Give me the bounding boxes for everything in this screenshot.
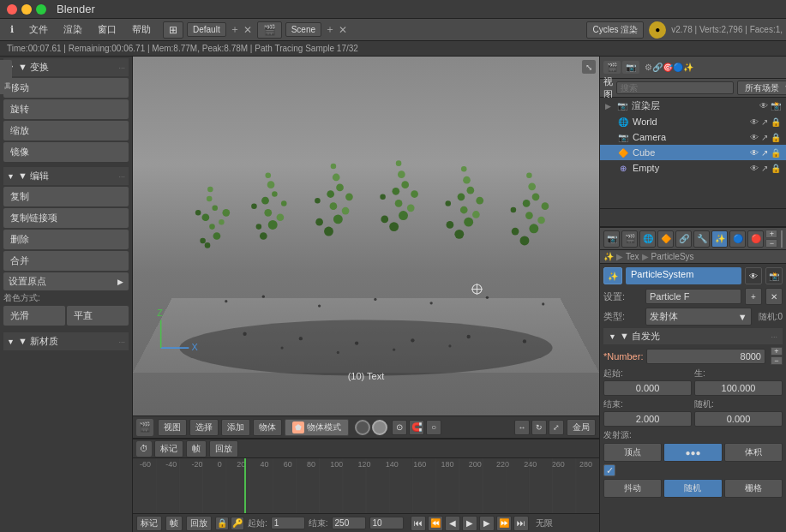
particle-del-btn[interactable]: ✕ <box>765 288 783 305</box>
birth-value[interactable]: 100.000 <box>694 380 783 396</box>
render-engine-selector[interactable]: Cycles 渲染 <box>586 21 644 39</box>
playback-btn[interactable]: 回放 <box>209 440 238 457</box>
menu-help[interactable]: 帮助 <box>125 21 158 38</box>
outliner-filter-select[interactable]: 所有场景 <box>737 81 786 95</box>
tl-prev-frame-btn[interactable]: ◀ <box>445 516 460 531</box>
add-menu-btn[interactable]: 添加 <box>221 419 250 436</box>
rotate-btn[interactable]: 旋转 <box>3 99 129 119</box>
maximize-button[interactable] <box>36 4 46 15</box>
tl-playback-btn[interactable]: 回放 <box>186 516 212 531</box>
timeline-icon[interactable]: ⏱ <box>136 441 152 457</box>
menu-file[interactable]: 文件 <box>22 21 55 38</box>
marker-btn[interactable]: 标记 <box>154 440 183 457</box>
transform-header[interactable]: ▼ ▼ 变换 ··· <box>3 58 129 76</box>
tl-frame-label[interactable]: 帧 <box>165 516 183 531</box>
move-btn[interactable]: 移动 <box>3 78 129 98</box>
renderlayer-eye[interactable]: 👁 <box>759 101 768 111</box>
layout-selector[interactable]: Default <box>187 22 226 37</box>
mode-selector-btn[interactable]: ⬟ 物体模式 <box>285 419 349 436</box>
scale-vp-btn[interactable]: ⤢ <box>549 420 564 435</box>
number-value[interactable]: 8000 <box>646 349 765 364</box>
type-value[interactable]: 发射体 ▼ <box>645 308 752 326</box>
scene-selector[interactable]: Scene <box>285 22 321 37</box>
camera-lock[interactable]: 🔒 <box>771 133 781 142</box>
tl-sync-btn[interactable]: 🔑 <box>231 517 244 530</box>
menu-info[interactable]: ℹ <box>3 22 21 37</box>
outliner-search-input[interactable] <box>616 81 734 94</box>
props-world-btn[interactable]: 🌐 <box>639 230 656 248</box>
particle-add-btn[interactable]: + <box>745 288 762 305</box>
timeline-canvas[interactable]: -60 -40 -20 0 20 40 60 80 100 120 140 16… <box>133 458 599 513</box>
timeline-playhead[interactable] <box>244 458 246 513</box>
set-origin-btn[interactable]: 设置原点 ▶ <box>3 272 129 290</box>
mirror-btn[interactable]: 镜像 <box>3 142 129 162</box>
scene-close[interactable]: ✕ <box>339 24 347 36</box>
tl-next-frame-btn[interactable]: ▶ <box>479 516 495 531</box>
settings-value[interactable]: Particle F <box>645 289 741 304</box>
frame-btn[interactable]: 帧 <box>186 440 207 457</box>
scene-item-camera[interactable]: 📷 Camera 👁 ↗ 🔒 <box>600 129 786 145</box>
close-button[interactable] <box>7 4 17 15</box>
renderlayer-cam[interactable]: 📸 <box>771 101 781 111</box>
menu-render[interactable]: 渲染 <box>57 21 89 38</box>
random2-value[interactable]: 0.000 <box>694 411 783 427</box>
tl-prev-btn[interactable]: ⏪ <box>428 516 443 531</box>
grid-btn[interactable]: 栅格 <box>724 479 783 498</box>
outliner-scene-icon[interactable]: 🎬 <box>603 61 621 74</box>
proportional-btn[interactable]: ○ <box>426 420 441 435</box>
delete-btn[interactable]: 删除 <box>3 230 129 249</box>
layout-close[interactable]: ✕ <box>243 24 252 36</box>
props-constraint-btn[interactable]: 🔗 <box>675 230 692 248</box>
world-eye[interactable]: 👁 <box>750 117 759 127</box>
rotate-vp-btn[interactable]: ↻ <box>531 420 547 435</box>
panel-minus-btn[interactable]: − <box>765 239 777 248</box>
scene-item-world[interactable]: 🌐 World 👁 ↗ 🔒 <box>600 114 786 129</box>
cube-lock[interactable]: 🔒 <box>771 148 781 158</box>
camera-select[interactable]: ↗ <box>761 133 768 142</box>
join-btn[interactable]: 合并 <box>3 251 129 271</box>
props-physics-btn[interactable]: 🔵 <box>729 230 746 248</box>
tl-marker-btn[interactable]: 标记 <box>136 516 162 531</box>
tl-next-btn[interactable]: ⏩ <box>496 516 512 531</box>
tl-last-btn[interactable]: ⏭ <box>513 516 529 531</box>
emission-header[interactable]: ▼ ▼ 自发光 ··· <box>603 328 783 344</box>
end-value[interactable]: 2.000 <box>603 411 692 427</box>
cube-select[interactable]: ↗ <box>761 148 768 158</box>
empty-select[interactable]: ↗ <box>761 164 768 173</box>
material-header[interactable]: ▼ ▼ 新材质 ··· <box>3 332 129 350</box>
panel-resize-handle[interactable] <box>781 230 783 248</box>
outliner-render-icon[interactable]: 📷 <box>622 61 639 74</box>
snap-btn[interactable]: 🧲 <box>409 420 424 435</box>
props-material-btn[interactable]: 🔴 <box>747 230 764 248</box>
select-menu-btn[interactable]: 选择 <box>189 419 219 436</box>
tl-lock-btn[interactable]: 🔒 <box>215 517 229 530</box>
global-btn[interactable]: 金局 <box>567 419 596 436</box>
scene-item-renderlayer[interactable]: ▶ 📷 渲染层 👁 📸 <box>600 98 786 114</box>
particle-cam-btn[interactable]: 📸 <box>765 267 783 284</box>
flat-btn[interactable]: 平直 <box>67 306 129 326</box>
emit-checkbox[interactable]: ✓ <box>603 464 615 476</box>
viewport-canvas[interactable]: X Z (10) Text ⤡ <box>133 57 599 415</box>
world-select[interactable]: ↗ <box>761 117 768 127</box>
viewport-shade-btn1[interactable] <box>355 420 370 435</box>
outliner-more-icons[interactable]: ⚙🔗🎯🔵✨ <box>641 61 697 74</box>
tl-step-input[interactable]: 10 <box>369 517 404 529</box>
empty-lock[interactable]: 🔒 <box>771 164 781 173</box>
edit-header[interactable]: ▼ ▼ 编辑 ··· <box>3 167 129 185</box>
panel-plus-btn[interactable]: + <box>765 230 777 238</box>
smooth-btn[interactable]: 光滑 <box>3 306 65 326</box>
props-particle-btn[interactable]: ✨ <box>711 230 728 248</box>
props-object-btn[interactable]: 🔶 <box>657 230 674 248</box>
number-plus-btn[interactable]: + <box>771 347 783 356</box>
outliner-view-btn[interactable]: 视图 <box>603 75 613 101</box>
viewport-icon[interactable]: 🎬 <box>136 419 153 436</box>
object-menu-btn[interactable]: 物体 <box>253 419 282 436</box>
minimize-button[interactable] <box>21 4 32 15</box>
particle-eye-btn[interactable]: 👁 <box>745 267 762 284</box>
tl-play-btn[interactable]: ▶ <box>462 516 477 531</box>
random-btn[interactable]: 随机 <box>663 479 722 498</box>
number-minus-btn[interactable]: − <box>771 356 783 365</box>
source-face-btn[interactable]: ●●● <box>663 443 722 462</box>
duplicate-btn[interactable]: 复制 <box>3 187 129 206</box>
world-lock[interactable]: 🔒 <box>771 117 781 127</box>
